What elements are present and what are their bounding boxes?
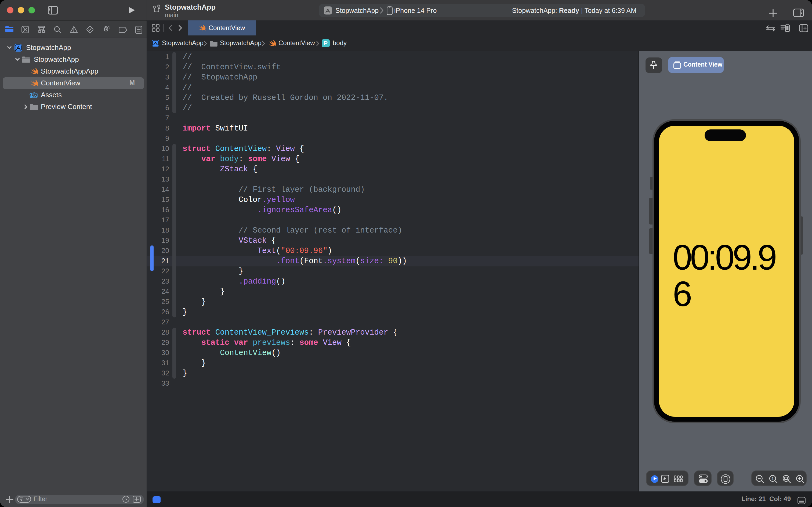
svg-text:1: 1 [771, 476, 773, 481]
